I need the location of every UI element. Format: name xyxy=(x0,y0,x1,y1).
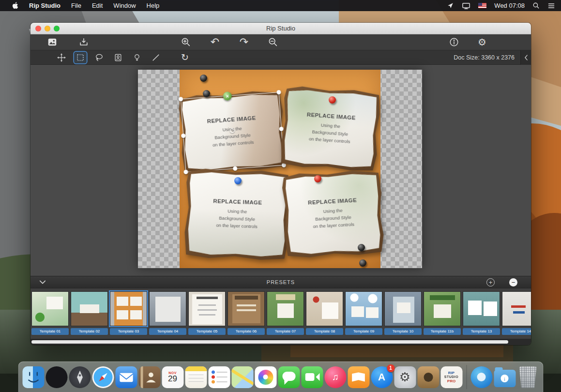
move-tool[interactable] xyxy=(55,52,68,63)
launchpad-icon[interactable] xyxy=(69,366,91,388)
spotlight-search-icon[interactable] xyxy=(532,2,540,9)
template-thumb-06[interactable]: Template 06 xyxy=(227,291,265,339)
rip-studio-window: Rip Studio ↶ ↷ ⚙ xyxy=(30,23,531,345)
app-store-badge: 1 xyxy=(387,364,394,372)
maps-icon[interactable] xyxy=(231,366,253,388)
location-arrow-icon[interactable] xyxy=(447,2,454,9)
template-thumb-02[interactable]: Template 02 xyxy=(71,291,108,339)
siri-icon[interactable] xyxy=(45,366,67,388)
itunes-icon[interactable]: ♫ xyxy=(324,366,346,388)
close-button[interactable] xyxy=(35,26,41,31)
menu-bar-clock[interactable]: Wed 07:08 xyxy=(494,2,525,9)
notes-icon[interactable] xyxy=(185,366,207,388)
notification-center-icon[interactable] xyxy=(547,2,555,9)
template-thumb-09[interactable]: Template 09 xyxy=(345,291,382,339)
push-pin-black xyxy=(203,90,210,97)
system-preferences-icon[interactable]: ⚙ xyxy=(394,366,416,388)
template-thumb-07[interactable]: Template 07 xyxy=(267,291,304,339)
downloads-folder-icon[interactable]: ↓ xyxy=(494,370,516,387)
window-title: Rip Studio xyxy=(266,25,295,32)
safari-icon[interactable] xyxy=(92,366,114,388)
zoom-out-button[interactable] xyxy=(267,36,279,48)
template-preview xyxy=(188,291,226,326)
push-pin-red xyxy=(329,96,336,104)
template-thumb-13[interactable]: Template 13 xyxy=(463,291,500,339)
template-strip: Template 01 Template 02 Template 03 Temp… xyxy=(30,288,531,339)
marquee-select-tool[interactable] xyxy=(74,52,87,63)
template-preview xyxy=(227,291,265,326)
photo-note-bottom-right[interactable]: REPLACE IMAGE Using the Background Style… xyxy=(285,173,381,255)
rotate-tool[interactable]: ↻ xyxy=(179,52,191,63)
image-layer-button[interactable] xyxy=(46,36,59,48)
undo-button[interactable]: ↶ xyxy=(209,36,221,48)
info-button[interactable] xyxy=(448,36,460,48)
canvas-area[interactable]: REPLACE IMAGE Using the Background Style… xyxy=(30,65,531,276)
template-thumb-08[interactable]: Template 08 xyxy=(306,291,343,339)
rip-studio-pro-icon[interactable]: RIP STUDIO PRO xyxy=(440,366,462,388)
lasso-tool[interactable] xyxy=(93,52,106,63)
collage-document[interactable]: REPLACE IMAGE Using the Background Style… xyxy=(138,70,422,268)
template-thumb-04[interactable]: Template 04 xyxy=(149,291,186,339)
template-preview xyxy=(345,291,382,326)
photos-icon[interactable] xyxy=(255,366,276,388)
presets-collapse-chevron[interactable] xyxy=(39,278,46,286)
line-tool[interactable] xyxy=(150,52,162,63)
title-bar[interactable]: Rip Studio xyxy=(30,23,531,34)
messages-icon[interactable] xyxy=(278,366,300,388)
calendar-icon[interactable]: NOV 29 xyxy=(162,366,183,388)
panel-collapse-button[interactable] xyxy=(520,50,531,65)
minimize-button[interactable] xyxy=(45,26,50,31)
note-heading: REPLACE IMAGE xyxy=(306,112,356,121)
reminders-icon[interactable] xyxy=(208,366,230,388)
horizontal-scrollbar[interactable] xyxy=(31,340,508,344)
import-image-button[interactable] xyxy=(77,36,90,48)
app-menu-title[interactable]: Rip Studio xyxy=(24,0,66,11)
portrait-mask-tool[interactable] xyxy=(112,52,124,63)
app-icon-brown[interactable] xyxy=(417,366,439,388)
push-pin-red xyxy=(314,175,321,182)
window-bottom-bar xyxy=(30,339,531,345)
menu-file[interactable]: File xyxy=(66,0,87,11)
settings-gear-button[interactable]: ⚙ xyxy=(476,36,488,48)
app-icon-blue[interactable] xyxy=(470,366,492,388)
template-preview xyxy=(384,291,422,326)
tool-options-bar: ↻ Doc Size: 3360 x 2376 xyxy=(30,50,531,65)
template-thumb-01[interactable]: Template 01 xyxy=(31,291,69,339)
doc-size-label: Doc Size: 3360 x 2376 xyxy=(454,54,520,61)
template-thumb-11b[interactable]: Template 11b xyxy=(424,291,461,339)
input-source-flag-icon[interactable] xyxy=(478,3,486,8)
photo-note-bottom-left[interactable]: REPLACE IMAGE Using the Background Style… xyxy=(187,172,287,257)
template-thumb-10[interactable]: Template 10 xyxy=(384,291,422,339)
photo-note-top-left[interactable]: REPLACE IMAGE Using the Background Style… xyxy=(182,93,283,171)
template-thumb-14[interactable]: Template 14 xyxy=(502,291,531,339)
facetime-icon[interactable] xyxy=(301,366,323,388)
add-preset-button[interactable]: + xyxy=(486,278,495,286)
template-preview xyxy=(267,291,304,326)
template-thumb-05[interactable]: Template 05 xyxy=(188,291,226,339)
template-thumb-03-selected[interactable]: Template 03 xyxy=(110,291,147,339)
contacts-icon[interactable] xyxy=(138,366,160,388)
zoom-in-button[interactable] xyxy=(180,36,192,48)
note-heading: REPLACE IMAGE xyxy=(308,197,357,206)
remove-preset-button[interactable]: − xyxy=(509,278,517,286)
zoom-button[interactable] xyxy=(54,26,60,31)
light-tool[interactable] xyxy=(131,52,143,63)
app-store-icon[interactable]: A 1 xyxy=(371,366,393,388)
trash-icon[interactable] xyxy=(517,366,539,388)
template-preview xyxy=(149,291,186,326)
finder-icon[interactable] xyxy=(22,366,44,388)
menu-window[interactable]: Window xyxy=(108,0,141,11)
template-preview xyxy=(424,291,461,326)
apple-menu[interactable] xyxy=(7,0,24,11)
menu-bar: Rip Studio File Edit Window Help Wed 07:… xyxy=(0,0,561,11)
books-icon[interactable] xyxy=(348,366,369,388)
redo-button[interactable]: ↷ xyxy=(238,36,250,48)
template-preview xyxy=(71,291,108,326)
main-toolbar: ↶ ↷ ⚙ xyxy=(30,34,531,50)
template-preview xyxy=(502,291,531,326)
menu-help[interactable]: Help xyxy=(141,0,165,11)
menu-edit[interactable]: Edit xyxy=(87,0,108,11)
display-mirroring-icon[interactable] xyxy=(462,2,470,10)
mail-icon[interactable] xyxy=(115,366,137,388)
apple-icon xyxy=(12,2,18,9)
